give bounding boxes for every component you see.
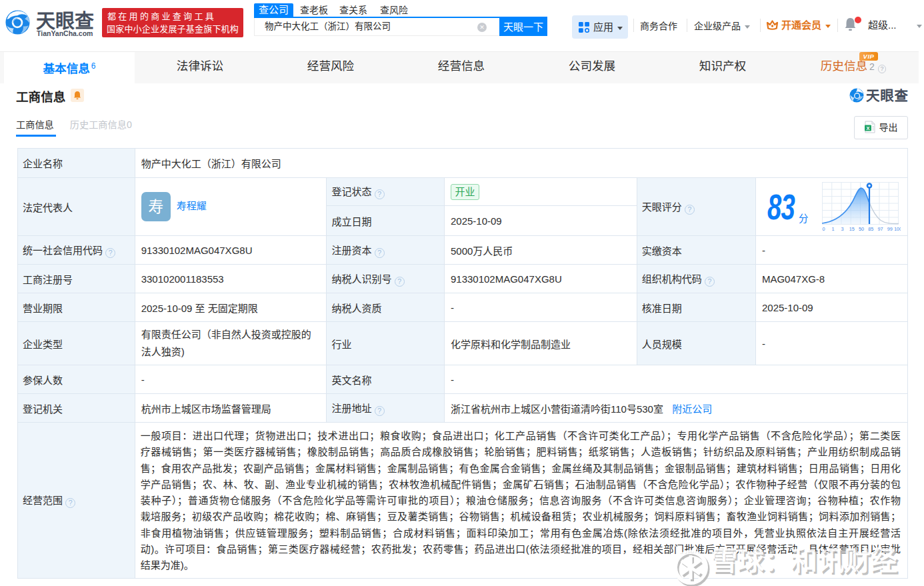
svg-text:85: 85 (868, 226, 873, 232)
svg-text:97: 97 (877, 226, 883, 232)
svg-text:15: 15 (849, 226, 855, 232)
svg-text:99: 99 (887, 226, 893, 232)
svg-text:100: 100 (894, 227, 901, 231)
svg-text:0: 0 (822, 226, 825, 232)
svg-text:3: 3 (841, 226, 843, 232)
svg-text:1: 1 (831, 226, 834, 232)
svg-text:天眼查: 天眼查 (866, 88, 909, 103)
svg-text:X: X (866, 125, 869, 131)
svg-text:50: 50 (859, 226, 864, 232)
